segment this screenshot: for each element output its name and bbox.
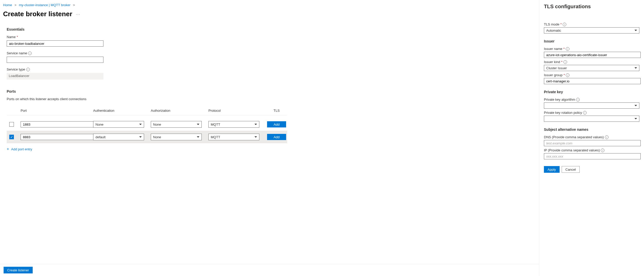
panel-footer: Apply Cancel — [544, 166, 639, 173]
breadcrumb-sep: > — [73, 3, 75, 7]
plus-icon: + — [7, 147, 9, 151]
ports-heading: Ports — [7, 89, 539, 93]
table-row: default None MQTT Add — [7, 131, 287, 143]
page-title: Create broker listener — [3, 10, 72, 18]
service-type-field: Service type i LoadBalancer — [7, 67, 539, 80]
ports-description: Ports on which this listener accepts cli… — [7, 97, 539, 101]
info-icon[interactable]: i — [26, 68, 30, 71]
proto-select[interactable]: MQTT — [208, 134, 259, 140]
info-icon[interactable]: i — [576, 98, 580, 101]
ports-table: Port Authentication Authorization Protoc… — [7, 109, 287, 143]
col-tls: TLS — [266, 109, 287, 113]
ip-label: IP (Provide comma separated values) i — [544, 148, 639, 152]
breadcrumb-home[interactable]: Home — [3, 3, 12, 7]
tls-add-button[interactable]: Add — [267, 121, 286, 127]
authz-select[interactable]: None — [151, 134, 202, 140]
tls-config-panel: TLS configurations TLS mode* i Automatic… — [539, 0, 644, 276]
info-icon[interactable]: i — [563, 23, 566, 26]
create-listener-button[interactable]: Create listener — [4, 267, 33, 273]
info-icon[interactable]: i — [605, 135, 608, 139]
essentials-heading: Essentials — [7, 27, 539, 31]
service-name-input[interactable] — [7, 57, 103, 63]
row-checkbox[interactable] — [9, 135, 14, 139]
pk-algo-label: Private key algorithm i — [544, 98, 639, 101]
san-heading: Subject alternative names — [544, 127, 639, 132]
tls-add-button[interactable]: Add — [267, 134, 286, 140]
dns-label: DNS (Provide comma separated values) i — [544, 135, 639, 139]
cancel-button[interactable]: Cancel — [562, 166, 580, 173]
proto-select[interactable]: MQTT — [208, 121, 259, 128]
apply-button[interactable]: Apply — [544, 166, 560, 173]
private-key-heading: Private key — [544, 90, 639, 94]
authz-select[interactable]: None — [151, 121, 202, 128]
issuer-kind-select[interactable]: Cluster Issuer — [544, 65, 639, 71]
name-field: Name* — [7, 35, 539, 47]
service-name-field: Service name i — [7, 51, 539, 63]
issuer-group-input[interactable] — [544, 78, 641, 84]
issuer-name-input[interactable] — [544, 52, 641, 58]
page-title-row: Create broker listener ··· — [3, 10, 539, 18]
service-name-label: Service name i — [7, 51, 539, 55]
info-icon[interactable]: i — [583, 111, 587, 115]
info-icon[interactable]: i — [28, 51, 32, 55]
name-label: Name* — [7, 35, 539, 39]
dns-input[interactable] — [544, 140, 641, 146]
issuer-group-label: Issuer group* i — [544, 73, 639, 77]
info-icon[interactable]: i — [566, 73, 569, 77]
issuer-heading: Issuer — [544, 39, 639, 43]
auth-select[interactable]: default — [93, 134, 144, 140]
tls-mode-select[interactable]: Automatic — [544, 27, 639, 33]
col-proto: Protocol — [208, 109, 266, 113]
tls-mode-label: TLS mode* i — [544, 22, 639, 26]
breadcrumb-sep: > — [14, 3, 16, 7]
ip-input[interactable] — [544, 153, 641, 159]
more-menu-icon[interactable]: ··· — [76, 12, 81, 16]
main-content: Home > my-cluster-instance | MQTT broker… — [0, 0, 539, 276]
table-header: Port Authentication Authorization Protoc… — [7, 109, 287, 115]
col-port: Port — [21, 109, 93, 113]
col-authz: Authorization — [151, 109, 208, 113]
issuer-kind-label: Issuer kind* i — [544, 60, 639, 64]
table-row: None None MQTT Add — [7, 118, 287, 131]
breadcrumb: Home > my-cluster-instance | MQTT broker… — [3, 3, 539, 7]
panel-title: TLS configurations — [544, 4, 639, 10]
issuer-name-label: Issuer name* i — [544, 47, 639, 51]
add-port-entry[interactable]: + Add port entry — [7, 147, 539, 151]
service-type-label: Service type i — [7, 67, 539, 71]
pk-rotation-label: Private key rotation policy i — [544, 111, 639, 115]
info-icon[interactable]: i — [566, 47, 569, 51]
col-auth: Authentication — [93, 109, 151, 113]
breadcrumb-cluster[interactable]: my-cluster-instance | MQTT broker — [19, 3, 70, 7]
service-type-value: LoadBalancer — [7, 73, 103, 80]
auth-select[interactable]: None — [93, 121, 144, 128]
info-icon[interactable]: i — [601, 149, 604, 152]
row-checkbox[interactable] — [9, 122, 14, 127]
info-icon[interactable]: i — [563, 60, 567, 64]
name-input[interactable] — [7, 40, 103, 47]
main-footer: Create listener — [0, 264, 539, 276]
pk-algo-select[interactable] — [544, 102, 639, 109]
pk-rotation-select[interactable] — [544, 116, 639, 122]
